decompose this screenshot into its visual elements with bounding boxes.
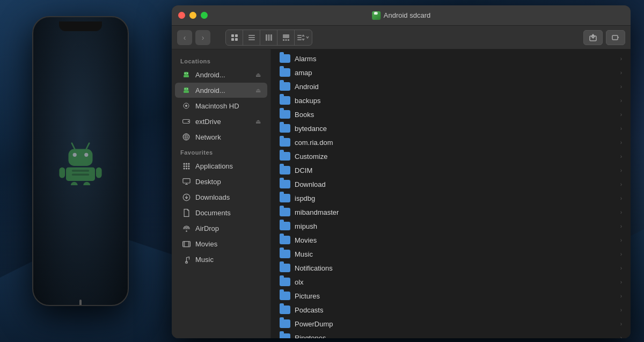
file-name: Download: [295, 180, 616, 188]
forward-button[interactable]: ›: [195, 30, 210, 45]
arrange-button[interactable]: [295, 30, 312, 45]
list-item[interactable]: olx ›: [271, 275, 631, 289]
chevron-down-icon: [305, 35, 310, 40]
file-name: Alarms: [295, 55, 616, 63]
downloads-label: Downloads: [195, 193, 261, 201]
file-name: PowerDump: [295, 320, 616, 328]
usb-cable: [79, 300, 82, 306]
list-item[interactable]: Download ›: [271, 177, 631, 191]
list-item[interactable]: Podcasts ›: [271, 303, 631, 317]
file-name: Music: [295, 250, 616, 258]
minimize-button[interactable]: [189, 12, 196, 19]
folder-icon: [280, 194, 290, 202]
svg-rect-40: [248, 37, 255, 38]
title-bar: Android sdcard: [172, 5, 631, 26]
list-item[interactable]: Android ›: [271, 79, 631, 93]
chevron-right-icon: ›: [620, 335, 622, 339]
file-name: com.ria.dom: [295, 139, 616, 147]
list-item[interactable]: Alarms ›: [271, 52, 631, 66]
network-label: Network: [195, 133, 261, 141]
back-button[interactable]: ‹: [177, 30, 192, 45]
svg-rect-61: [184, 88, 188, 91]
chevron-right-icon: ›: [620, 307, 622, 313]
list-item[interactable]: ispdbg ›: [271, 191, 631, 205]
list-item[interactable]: Notifications ›: [271, 261, 631, 275]
svg-rect-39: [248, 35, 255, 36]
android-sdcard-icon: [182, 87, 190, 93]
chevron-right-icon: ›: [620, 321, 622, 327]
svg-rect-41: [248, 39, 255, 40]
android-phone-eject[interactable]: ⏏: [255, 71, 261, 78]
list-item[interactable]: Ringtones ›: [271, 331, 631, 338]
close-button[interactable]: [178, 12, 185, 19]
folder-icon: [280, 250, 290, 258]
sidebar-item-android-sdcard[interactable]: Android... ⏏: [175, 83, 267, 98]
android-phone-sidebar-icon: [181, 70, 191, 79]
android-sdcard-eject[interactable]: ⏏: [255, 87, 261, 94]
fullscreen-button[interactable]: [201, 12, 208, 19]
folder-icon: [280, 54, 290, 63]
file-name: DCIM: [295, 166, 616, 174]
sidebar-item-desktop[interactable]: Desktop: [175, 174, 267, 189]
favourites-section-title: Favourites: [172, 145, 270, 158]
svg-rect-55: [612, 35, 618, 40]
svg-point-76: [185, 165, 187, 166]
macintosh-hd-label: Macintosh HD: [195, 102, 261, 110]
list-item[interactable]: Books ›: [271, 107, 631, 121]
chevron-right-icon: ›: [620, 70, 622, 76]
android-sdcard-sidebar-label: Android...: [195, 86, 251, 94]
locations-section-title: Locations: [172, 54, 270, 67]
traffic-lights: [178, 12, 208, 19]
gallery-view-button[interactable]: [277, 30, 295, 45]
extdrive-eject[interactable]: ⏏: [255, 118, 261, 125]
list-item[interactable]: Pictures ›: [271, 289, 631, 303]
list-item[interactable]: backups ›: [271, 93, 631, 107]
music-note-icon: [183, 256, 190, 264]
sidebar-item-macintosh-hd[interactable]: Macintosh HD: [175, 98, 267, 113]
share-button[interactable]: [583, 30, 603, 45]
svg-rect-50: [297, 37, 302, 38]
list-item[interactable]: Customize ›: [271, 149, 631, 163]
sidebar-item-applications[interactable]: Applications: [175, 158, 267, 173]
sidebar-item-network[interactable]: Network: [175, 129, 267, 144]
list-item[interactable]: amap ›: [271, 66, 631, 79]
svg-line-4: [86, 143, 89, 149]
folder-icon: [280, 152, 290, 161]
sidebar-item-downloads[interactable]: Downloads: [175, 190, 267, 205]
tag-button[interactable]: [606, 30, 625, 45]
list-item[interactable]: com.ria.dom ›: [271, 135, 631, 149]
list-item[interactable]: bytedance ›: [271, 121, 631, 135]
column-view-button[interactable]: [260, 30, 277, 45]
list-view-button[interactable]: [243, 30, 260, 45]
sidebar-item-extdrive[interactable]: extDrive ⏏: [175, 114, 267, 129]
icon-columns-icon: [265, 34, 273, 41]
music-label: Music: [195, 256, 261, 264]
icon-view-button[interactable]: [226, 30, 243, 45]
folder-icon: [280, 319, 290, 328]
chevron-right-icon: ›: [620, 237, 622, 243]
sidebar-item-airdrop[interactable]: AirDrop: [175, 221, 267, 236]
phone-screen: [33, 17, 128, 305]
sidebar-item-android-phone[interactable]: Android... ⏏: [175, 67, 267, 82]
desktop: Android Phone Android Tablet: [0, 0, 644, 342]
sidebar-item-documents[interactable]: Documents: [175, 205, 267, 220]
downloads-icon: [181, 192, 191, 202]
svg-rect-7: [96, 168, 102, 178]
sidebar-item-music[interactable]: Music: [175, 252, 267, 267]
list-item[interactable]: Movies ›: [271, 233, 631, 247]
extdrive-label: extDrive: [195, 118, 251, 126]
svg-rect-36: [235, 34, 238, 37]
extdrive-disk-icon: [182, 118, 190, 125]
sidebar-item-movies[interactable]: Movies: [175, 236, 267, 251]
list-item[interactable]: DCIM ›: [271, 163, 631, 177]
list-item[interactable]: PowerDump ›: [271, 317, 631, 331]
svg-point-69: [183, 134, 189, 140]
list-item[interactable]: mipush ›: [271, 219, 631, 233]
android-phone-sidebar-label: Android...: [195, 71, 251, 79]
folder-icon: [280, 180, 290, 188]
icon-list-icon: [248, 34, 255, 41]
file-name: Ringtones: [295, 334, 616, 339]
list-item[interactable]: Music ›: [271, 247, 631, 261]
svg-rect-47: [285, 39, 287, 41]
list-item[interactable]: mibandmaster ›: [271, 205, 631, 219]
